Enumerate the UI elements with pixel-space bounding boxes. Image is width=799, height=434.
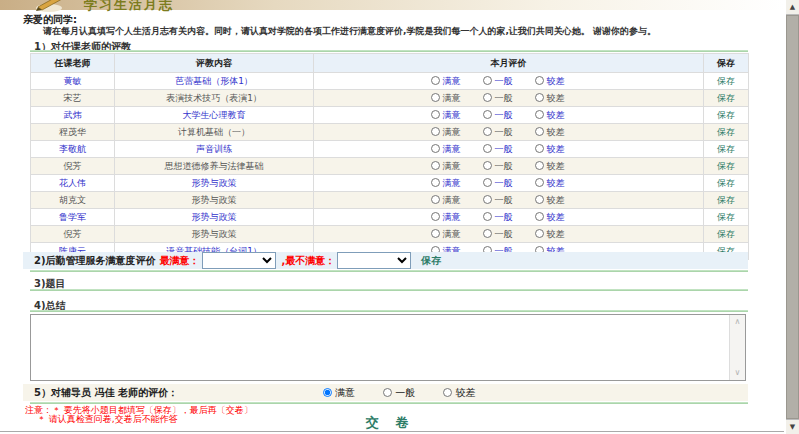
rating-option-poor[interactable]: 较差 bbox=[535, 75, 565, 88]
rating-option-satisfied[interactable]: 满意 bbox=[431, 75, 461, 88]
rating-radio-satisfied[interactable] bbox=[431, 127, 440, 136]
row-save-link[interactable]: 保存 bbox=[717, 178, 735, 188]
rating-option-poor[interactable]: 较差 bbox=[535, 211, 565, 224]
rating-label: 较差 bbox=[547, 93, 565, 103]
rating-radio-satisfied[interactable] bbox=[431, 93, 440, 102]
teacher-name: 倪芳 bbox=[31, 158, 115, 175]
row-save-link[interactable]: 保存 bbox=[717, 110, 735, 120]
rating-label: 较差 bbox=[547, 229, 565, 239]
rating-option-poor[interactable]: 较差 bbox=[535, 228, 565, 241]
course-name: 形势与政策 bbox=[115, 192, 314, 209]
teacher-name: 花人伟 bbox=[31, 175, 115, 192]
rating-option-satisfied[interactable]: 满意 bbox=[431, 92, 461, 105]
scroll-up-button[interactable]: ▲ bbox=[786, 0, 799, 15]
rating-option-poor[interactable]: 较差 bbox=[535, 109, 565, 122]
rating-option-poor[interactable]: 较差 bbox=[535, 126, 565, 139]
rating-radio-satisfied[interactable] bbox=[431, 144, 440, 153]
rating-option-satisfied[interactable]: 满意 bbox=[431, 160, 461, 173]
section2-save-link[interactable]: 保存 bbox=[421, 254, 441, 268]
scrollbar-thumb[interactable] bbox=[786, 15, 799, 419]
textarea-scroll-down-icon[interactable]: ∨ bbox=[730, 368, 745, 378]
row-save-link[interactable]: 保存 bbox=[717, 127, 735, 137]
rating-option-satisfied[interactable]: 满意 bbox=[431, 228, 461, 241]
rating-radio-neutral[interactable] bbox=[483, 93, 492, 102]
rating-label: 满意 bbox=[443, 195, 461, 205]
rating-radio-poor[interactable] bbox=[535, 161, 544, 170]
rating-radio-neutral[interactable] bbox=[483, 161, 492, 170]
submit-button[interactable]: 交 卷 bbox=[366, 415, 415, 430]
rating-option-neutral[interactable]: 一般 bbox=[483, 211, 513, 224]
rating-radio-neutral[interactable] bbox=[483, 212, 492, 221]
rating-option-satisfied[interactable]: 满意 bbox=[431, 109, 461, 122]
rating-radio-neutral[interactable] bbox=[483, 76, 492, 85]
rating-radio-neutral[interactable] bbox=[483, 144, 492, 153]
rating-radio-satisfied[interactable] bbox=[431, 161, 440, 170]
rating-option-neutral[interactable]: 一般 bbox=[483, 109, 513, 122]
rating-radio-neutral[interactable] bbox=[483, 110, 492, 119]
row-save-link[interactable]: 保存 bbox=[717, 212, 735, 222]
rating-option-neutral[interactable]: 一般 bbox=[483, 177, 513, 190]
rating-option-satisfied[interactable]: 满意 bbox=[431, 143, 461, 156]
rating-radio-neutral[interactable] bbox=[483, 127, 492, 136]
rating-option-satisfied[interactable]: 满意 bbox=[431, 126, 461, 139]
rating-radio-poor[interactable] bbox=[535, 195, 544, 204]
rating-option-neutral[interactable]: 一般 bbox=[483, 143, 513, 156]
least-satisfied-select[interactable] bbox=[337, 252, 411, 269]
rating-radio-poor[interactable] bbox=[535, 212, 544, 221]
row-save-link[interactable]: 保存 bbox=[717, 161, 735, 171]
counselor-option-poor[interactable]: 较差 bbox=[443, 387, 475, 398]
rating-option-satisfied[interactable]: 满意 bbox=[431, 194, 461, 207]
row-save-link[interactable]: 保存 bbox=[717, 93, 735, 103]
row-save-link[interactable]: 保存 bbox=[717, 195, 735, 205]
rating-radio-poor[interactable] bbox=[535, 76, 544, 85]
teacher-name: 宋艺 bbox=[31, 90, 115, 107]
counselor-radio-neutral[interactable] bbox=[383, 388, 392, 397]
page-title: 学习生活月志 bbox=[84, 0, 174, 14]
rating-radio-poor[interactable] bbox=[535, 144, 544, 153]
counselor-radio-poor[interactable] bbox=[443, 388, 452, 397]
rating-radio-satisfied[interactable] bbox=[431, 195, 440, 204]
most-satisfied-select[interactable] bbox=[202, 252, 276, 269]
textarea-scrollbar[interactable]: ∧ ∨ bbox=[729, 315, 745, 380]
rating-radio-satisfied[interactable] bbox=[431, 110, 440, 119]
counselor-radio-satisfied[interactable] bbox=[323, 388, 332, 397]
rating-option-satisfied[interactable]: 满意 bbox=[431, 177, 461, 190]
rating-radio-neutral[interactable] bbox=[483, 195, 492, 204]
rating-radio-satisfied[interactable] bbox=[431, 76, 440, 85]
rating-radio-satisfied[interactable] bbox=[431, 229, 440, 238]
rating-option-poor[interactable]: 较差 bbox=[535, 177, 565, 190]
rating-option-neutral[interactable]: 一般 bbox=[483, 75, 513, 88]
rating-radio-satisfied[interactable] bbox=[431, 212, 440, 221]
rating-radio-poor[interactable] bbox=[535, 229, 544, 238]
rating-option-neutral[interactable]: 一般 bbox=[483, 92, 513, 105]
row-save-link[interactable]: 保存 bbox=[717, 76, 735, 86]
page-scrollbar[interactable]: ▲ ▼ bbox=[786, 0, 799, 434]
rating-radio-poor[interactable] bbox=[535, 110, 544, 119]
rating-option-neutral[interactable]: 一般 bbox=[483, 194, 513, 207]
rating-option-satisfied[interactable]: 满意 bbox=[431, 211, 461, 224]
rating-option-neutral[interactable]: 一般 bbox=[483, 126, 513, 139]
counselor-option-satisfied[interactable]: 满意 bbox=[323, 387, 355, 398]
rating-radio-neutral[interactable] bbox=[483, 229, 492, 238]
counselor-option-neutral[interactable]: 一般 bbox=[383, 387, 415, 398]
rating-option-poor[interactable]: 较差 bbox=[535, 143, 565, 156]
rating-radio-poor[interactable] bbox=[535, 127, 544, 136]
rating-radio-poor[interactable] bbox=[535, 93, 544, 102]
rating-radio-neutral[interactable] bbox=[483, 178, 492, 187]
row-save-link[interactable]: 保存 bbox=[717, 144, 735, 154]
rating-label: 满意 bbox=[443, 76, 461, 86]
rating-option-neutral[interactable]: 一般 bbox=[483, 160, 513, 173]
rating-radio-satisfied[interactable] bbox=[431, 178, 440, 187]
section2-divider bbox=[30, 270, 748, 272]
rating-cell: 满意一般较差 bbox=[314, 141, 704, 158]
scroll-down-button[interactable]: ▼ bbox=[786, 419, 799, 434]
summary-textarea[interactable]: ∧ ∨ bbox=[30, 314, 746, 381]
rating-option-neutral[interactable]: 一般 bbox=[483, 228, 513, 241]
table-row: 武炜 大学生心理教育 满意一般较差 保存 bbox=[31, 107, 749, 124]
rating-option-poor[interactable]: 较差 bbox=[535, 160, 565, 173]
textarea-scroll-up-icon[interactable]: ∧ bbox=[730, 317, 745, 327]
row-save-link[interactable]: 保存 bbox=[717, 229, 735, 239]
rating-option-poor[interactable]: 较差 bbox=[535, 194, 565, 207]
rating-radio-poor[interactable] bbox=[535, 178, 544, 187]
rating-option-poor[interactable]: 较差 bbox=[535, 92, 565, 105]
